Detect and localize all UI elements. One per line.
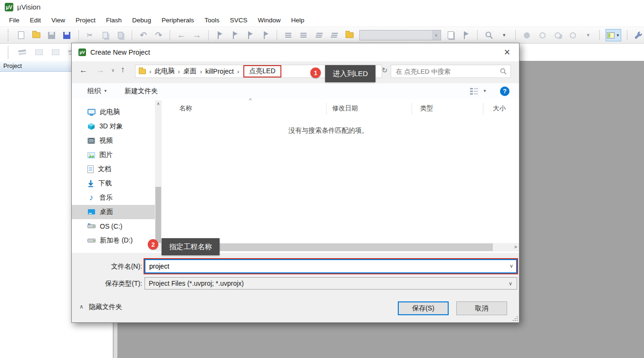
help-button[interactable]: ? [500,87,509,96]
comment-icon[interactable] [313,29,324,41]
menu-window[interactable]: Window [252,14,286,27]
nav-up-icon[interactable]: ↑ [121,65,125,75]
crumb-killproject[interactable]: killProject [205,68,234,75]
bookmark-next-icon[interactable] [245,29,256,41]
column-header-size[interactable]: 大小 [493,104,506,113]
save-button[interactable]: 保存(S) [398,301,449,315]
breakpoint-icon[interactable] [521,29,532,41]
nav-history-chevron-icon[interactable]: ∨ [111,68,115,73]
quick-search-dropdown-icon[interactable]: ▼ [499,29,509,41]
breakpoint-disable-icon[interactable] [537,29,548,41]
column-header-date-modified[interactable]: 修改日期 [332,104,358,113]
build-toolbar-grip[interactable] [8,46,10,58]
indent-icon[interactable] [283,29,294,41]
annotation-step2-badge: 2 [148,239,158,250]
menu-tools[interactable]: Tools [199,14,225,27]
scrollbar-up-icon[interactable]: ∧ [155,101,162,106]
sidebar-scrollbar[interactable]: ∧ [155,100,162,244]
sidebar-item-music[interactable]: ♪ 音乐 [72,191,155,205]
uvision-window: µV µVision File Edit View Project Flash … [0,0,644,358]
sidebar-item-downloads[interactable]: 下载 [72,176,155,191]
this-pc-icon [87,109,96,116]
savetype-combobox[interactable]: Project Files (*.uvproj; *.uvprojx) ∨ [144,277,517,290]
new-folder-button[interactable]: 新建文件夹 [125,87,158,96]
new-file-icon[interactable] [16,29,27,41]
undo-icon[interactable]: ↶ [138,29,149,41]
paste-icon[interactable] [115,29,126,41]
sidebar-item-videos[interactable]: 视频 [72,134,155,148]
find-in-document-icon[interactable] [445,29,456,41]
sidebar-item-this-pc[interactable]: 此电脑 [72,105,155,119]
open-file-icon[interactable] [31,29,42,41]
cancel-button[interactable]: 取消 [456,301,507,315]
column-header-type[interactable]: 类型 [420,104,433,113]
dialog-close-icon[interactable]: × [500,45,514,59]
scrollbar-right-icon[interactable]: > [514,244,517,250]
organize-button[interactable]: 组织 [87,87,101,96]
navigate-back-icon[interactable]: ← [176,29,187,41]
crumb-desktop[interactable]: 桌面 [183,67,197,76]
organize-dropdown-icon[interactable]: ▼ [104,89,107,93]
breakpoint-kill-all-icon[interactable] [567,29,578,41]
sidebar-item-3d-objects[interactable]: 3D 对象 [72,119,155,134]
view-mode-dropdown-icon[interactable]: ▼ [483,89,487,93]
menu-edit[interactable]: Edit [25,14,46,27]
breakpoint-dropdown-icon[interactable]: ▼ [583,29,594,41]
crumb-this-pc[interactable]: 此电脑 [154,67,174,76]
crumb-separator-icon: › [237,68,239,75]
redo-icon[interactable]: ↷ [153,29,164,41]
toolbar-search-combobox[interactable]: ∨ [359,30,441,40]
sidebar-item-documents[interactable]: 文档 [72,162,155,176]
bookmark-prev-icon[interactable] [230,29,240,41]
run-flag-icon[interactable] [461,29,471,41]
search-icon[interactable] [500,68,507,75]
column-header-name[interactable]: 名称 [179,104,192,113]
window-layout-icon[interactable]: ▼ [606,29,621,41]
save-icon[interactable] [46,29,57,41]
sidebar-item-pictures[interactable]: 图片 [72,148,155,162]
refresh-icon[interactable]: ↻ [382,66,388,75]
sidebar-item-desktop[interactable]: 桌面 [72,205,155,219]
copy-icon[interactable] [100,29,111,41]
hide-folders-button[interactable]: 隐藏文件夹 [89,303,122,311]
uncomment-icon[interactable] [329,29,340,41]
menu-view[interactable]: View [46,14,70,27]
view-mode-icon[interactable] [470,88,478,95]
scrollbar-thumb[interactable] [155,187,161,243]
uvision-app-icon: µV [5,3,13,11]
hide-folders-chevron-icon[interactable]: ∧ [79,303,84,310]
bookmark-clear-icon[interactable] [260,29,271,41]
menu-debug[interactable]: Debug [127,14,156,27]
drive-icon [87,223,96,229]
breakpoint-enable-all-icon[interactable] [552,29,563,41]
menu-help[interactable]: Help [286,14,310,27]
configure-tools-icon[interactable] [633,29,644,41]
cut-icon[interactable]: ✂ [85,29,96,41]
save-all-icon[interactable] [61,29,72,41]
sidebar-item-label: 音乐 [99,194,113,202]
unindent-icon[interactable] [298,29,309,41]
find-in-files-icon[interactable] [344,29,355,41]
quick-search-icon[interactable] [483,29,494,41]
rebuild-icon[interactable] [50,47,61,58]
filename-dropdown-icon[interactable]: ∨ [509,263,513,269]
sidebar-item-os-c[interactable]: OS (C:) [72,219,155,233]
build-icon[interactable] [33,47,45,58]
toolbar-grip[interactable] [8,29,10,41]
sidebar-item-new-volume-d[interactable]: 新加卷 (D:) [72,233,155,248]
savetype-label: 保存类型(T): [85,280,142,288]
menu-flash[interactable]: Flash [101,14,127,27]
crumb-dianliangled-highlighted[interactable]: 点亮LED [243,65,281,77]
menu-svcs[interactable]: SVCS [225,14,253,27]
search-input[interactable] [395,68,500,76]
navigate-forward-icon[interactable]: → [191,29,202,41]
translate-icon[interactable] [17,47,28,58]
bookmark-toggle-icon[interactable] [214,29,225,41]
menu-project[interactable]: Project [70,14,101,27]
nav-back-icon[interactable]: ← [79,66,87,75]
menu-file[interactable]: File [4,14,25,27]
filename-input[interactable] [144,259,517,273]
nav-forward-icon[interactable]: → [96,66,105,75]
menu-peripherals[interactable]: Peripherals [156,14,199,27]
resize-grip[interactable] [513,316,518,321]
